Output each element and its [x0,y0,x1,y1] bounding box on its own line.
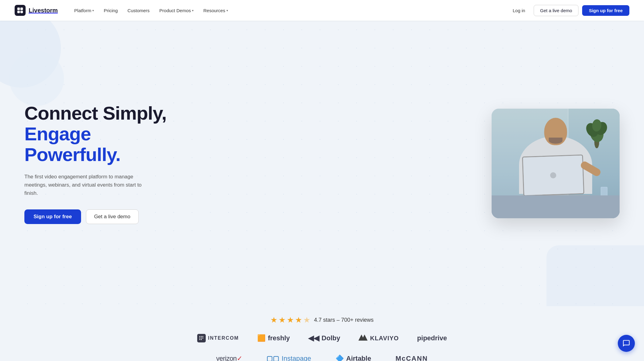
svg-rect-2 [17,11,20,13]
logo-dolby: ◀◀ Dolby [308,334,340,342]
svg-rect-10 [201,336,202,337]
airtable-icon: 🔷 [336,355,344,361]
dolby-name: Dolby [322,334,340,342]
hero-section: Connect Simply, Engage Powerfully. The f… [0,21,644,306]
star-2: ★ [279,315,286,325]
chat-button[interactable] [618,335,635,352]
svg-rect-14 [202,338,203,338]
hero-subtitle: The first video engagement platform to m… [24,173,152,198]
plant-decoration [586,115,607,148]
hero-photo [492,109,620,218]
svg-rect-11 [202,336,203,337]
logo-icon [15,5,26,16]
star-1: ★ [270,315,277,325]
hero-image [492,109,620,218]
bg-shape-3 [546,245,644,306]
hero-image-area [183,109,620,218]
star-4: ★ [295,315,302,325]
chevron-down-icon: ▾ [92,9,94,12]
nav-platform[interactable]: Platform ▾ [70,5,98,16]
chat-icon [622,339,630,347]
hero-title-line2: Engage Powerfully. [24,124,183,165]
nav-resources[interactable]: Resources ▾ [199,5,232,16]
instapage-name: Instapage [282,355,311,361]
logo-mccann: McCANN [396,355,428,361]
brand-name: Livestorm [29,7,58,14]
logo-pipedrive: pipedrive [417,334,447,342]
social-proof-section: ★ ★ ★ ★ ★ 4.7 stars – 700+ reviews INTER… [0,306,644,361]
sofa [492,195,620,218]
intercom-icon [197,334,206,342]
hero-signup-button[interactable]: Sign up for free [24,209,81,224]
signup-button[interactable]: Sign up for free [582,5,629,16]
mccann-name: McCANN [396,355,428,361]
chevron-down-icon: ▾ [192,9,194,12]
nav-customers[interactable]: Customers [123,5,154,16]
svg-rect-15 [199,339,200,340]
intercom-name: INTERCOM [208,335,239,341]
star-3: ★ [287,315,294,325]
navigation: Livestorm Platform ▾ Pricing Customers P… [0,0,644,21]
logo-instapage: ▢▢ Instapage [266,355,311,361]
airtable-name: Airtable [346,355,371,361]
get-demo-button[interactable]: Get a live demo [534,5,578,16]
hero-title-line1: Connect Simply, [24,103,183,124]
instapage-icon: ▢▢ [266,355,279,361]
logos-row-1: INTERCOM 🟧 freshly ◀◀ Dolby KLAVIYO pipe… [197,331,447,345]
klaviyo-name: KLAVIYO [370,335,399,342]
nav-pricing[interactable]: Pricing [99,5,122,16]
svg-rect-3 [20,11,23,13]
logo-klaviyo: KLAVIYO [358,335,399,342]
hero-demo-button[interactable]: Get a live demo [86,209,139,224]
logos-row-2: verizon✓ ▢▢ Instapage 🔷 Airtable McCANN [216,352,428,361]
chevron-down-icon: ▾ [226,9,228,12]
svg-rect-9 [199,336,200,337]
svg-rect-16 [201,339,202,340]
logo-airtable: 🔷 Airtable [336,355,371,361]
logo-verizon: verizon✓ [216,355,242,361]
freshly-name: freshly [268,334,290,342]
nav-product-demos[interactable]: Product Demos ▾ [155,5,198,16]
person-head [544,118,567,145]
svg-rect-0 [17,8,20,10]
logo-freshly: 🟧 freshly [257,334,290,342]
star-5: ★ [303,315,310,325]
svg-rect-1 [20,8,23,10]
review-text: 4.7 stars – 700+ reviews [314,317,374,323]
verizon-name: verizon✓ [216,355,242,361]
logo-intercom: INTERCOM [197,334,239,342]
klaviyo-icon [358,335,368,342]
rating-row: ★ ★ ★ ★ ★ 4.7 stars – 700+ reviews [270,315,374,325]
dolby-icon: ◀◀ [308,334,319,342]
brand-logo[interactable]: Livestorm [15,5,70,16]
pipedrive-name: pipedrive [417,334,447,342]
hero-buttons: Sign up for free Get a live demo [24,209,183,224]
bg-shape-2 [9,51,64,106]
nav-links: Platform ▾ Pricing Customers Product Dem… [70,5,508,16]
bg-shape-1 [0,21,61,88]
star-rating: ★ ★ ★ ★ ★ [270,315,310,325]
svg-rect-13 [201,338,202,338]
login-button[interactable]: Log in [508,5,530,16]
laptop-screen [522,155,584,196]
nav-actions: Log in Get a live demo Sign up for free [508,5,629,16]
hero-content: Connect Simply, Engage Powerfully. The f… [24,103,183,224]
freshly-icon: 🟧 [257,334,265,342]
svg-rect-12 [199,338,200,338]
